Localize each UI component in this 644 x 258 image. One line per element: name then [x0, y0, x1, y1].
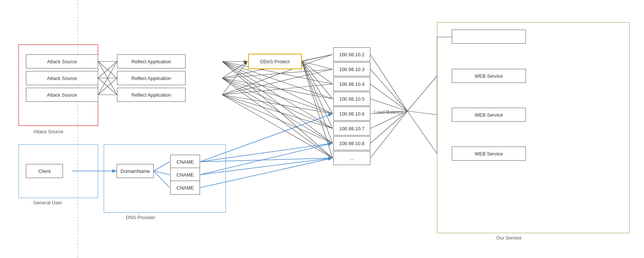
diagram: Attack Source Attack Source Attack Sourc…	[0, 0, 644, 258]
svg-line-38	[222, 84, 333, 95]
svg-line-6	[98, 61, 117, 78]
svg-line-31	[222, 78, 333, 99]
svg-line-54	[407, 111, 437, 115]
attack-source-3: Attack Source	[26, 88, 98, 102]
svg-line-15	[302, 54, 333, 61]
svg-line-57	[370, 69, 407, 111]
ip-node-8: ...	[333, 151, 370, 165]
svg-line-62	[370, 111, 407, 143]
svg-line-33	[222, 78, 333, 128]
ip-node-3: 100.98.10.4	[333, 77, 370, 91]
svg-line-18	[302, 61, 333, 99]
dns-provider-group	[104, 144, 226, 213]
cname-3: CNAME	[170, 181, 200, 195]
cname-1: CNAME	[170, 155, 200, 169]
svg-line-13	[222, 61, 247, 78]
ddos-protect-box: DDoS Protect	[248, 54, 302, 69]
svg-line-19	[302, 61, 333, 114]
svg-line-39	[222, 95, 333, 114]
load-balance-label: Load Balance	[374, 109, 404, 115]
ip-node-6: 100.98.10.7	[333, 121, 370, 135]
svg-line-27	[222, 61, 333, 143]
ip-node-1: 100.98.10.2	[333, 47, 370, 61]
attack-source-group-label: Attack Source	[33, 129, 63, 134]
svg-line-37	[222, 69, 333, 95]
client-box: Client	[26, 164, 63, 178]
svg-line-53	[407, 76, 437, 111]
svg-line-41	[222, 95, 333, 143]
svg-line-8	[98, 78, 117, 95]
svg-line-58	[370, 84, 407, 111]
svg-line-63	[370, 111, 407, 158]
svg-line-14	[222, 61, 247, 95]
domain-name-box: DomainName	[117, 164, 154, 178]
ip-node-5: 100.98.10.6	[333, 107, 370, 121]
cname-2: CNAME	[170, 168, 200, 182]
ip-node-2: 100.98.10.3	[333, 62, 370, 76]
reflect-app-1: Reflect Application	[117, 54, 186, 68]
svg-line-17	[302, 61, 333, 84]
reflect-app-3: Reflect Application	[117, 88, 186, 102]
svg-line-4	[98, 61, 117, 78]
ip-node-4: 100.98.10.5	[333, 92, 370, 106]
svg-line-30	[222, 69, 333, 78]
web-service-3: WEB Service	[452, 147, 526, 161]
svg-line-28	[222, 61, 333, 158]
svg-line-55	[407, 111, 437, 154]
svg-line-34	[222, 78, 333, 143]
our-service-group	[437, 22, 630, 233]
svg-line-22	[302, 61, 333, 158]
svg-line-35	[222, 78, 333, 158]
svg-line-25	[222, 61, 333, 114]
svg-line-5	[98, 61, 117, 95]
svg-line-56	[370, 54, 407, 111]
web-service-1: WEB Service	[452, 69, 526, 83]
web-service-top-box	[452, 30, 526, 44]
svg-line-42	[222, 95, 333, 158]
general-user-label: General User	[33, 200, 62, 205]
svg-line-10	[98, 78, 117, 95]
svg-line-21	[302, 61, 333, 143]
svg-line-20	[302, 61, 333, 128]
svg-line-16	[302, 61, 333, 69]
svg-line-9	[98, 61, 117, 95]
dns-provider-label: DNS Provider	[126, 215, 155, 220]
our-service-label: Our Service	[496, 235, 522, 241]
reflect-app-2: Reflect Application	[117, 71, 186, 85]
web-service-2: WEB Service	[452, 108, 526, 122]
svg-line-26	[222, 61, 333, 128]
attack-source-1: Attack Source	[26, 54, 98, 68]
svg-line-40	[222, 95, 333, 128]
ip-node-7: 100.98.10.8	[333, 136, 370, 150]
attack-source-2: Attack Source	[26, 71, 98, 85]
svg-line-32	[222, 78, 333, 114]
